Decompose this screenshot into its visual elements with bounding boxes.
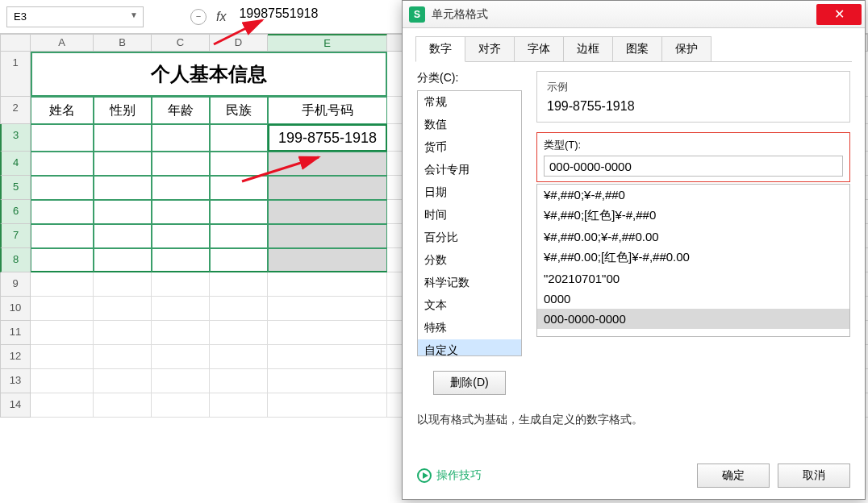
type-input[interactable] — [544, 156, 843, 177]
cell[interactable] — [31, 152, 94, 176]
format-item[interactable]: 0000 — [537, 289, 849, 309]
row-header-5[interactable]: 5 — [0, 176, 31, 200]
cell[interactable] — [210, 176, 268, 200]
cell[interactable] — [268, 393, 387, 418]
row-header-9[interactable]: 9 — [0, 272, 31, 297]
format-item[interactable]: ¥#,##0;[红色]¥-#,##0 — [537, 205, 849, 227]
cell[interactable] — [210, 224, 268, 248]
cat-general[interactable]: 常规 — [418, 91, 521, 114]
format-item[interactable]: ¥#,##0.00;[红色]¥-#,##0.00 — [537, 247, 849, 268]
dialog-titlebar[interactable]: S 单元格格式 ✕ — [403, 1, 865, 28]
tab-border[interactable]: 边框 — [563, 36, 613, 62]
cell[interactable] — [210, 200, 268, 224]
header-gender[interactable]: 性别 — [94, 97, 152, 124]
cell-D3[interactable] — [210, 124, 268, 152]
cell[interactable] — [210, 393, 268, 418]
col-header-B[interactable]: B — [94, 34, 152, 52]
cell[interactable] — [268, 200, 387, 224]
cell[interactable] — [152, 152, 210, 176]
row-header-14[interactable]: 14 — [0, 393, 31, 418]
header-phone[interactable]: 手机号码 — [268, 97, 387, 124]
cell[interactable] — [94, 176, 152, 200]
row-header-3[interactable]: 3 — [0, 124, 31, 152]
col-header-E[interactable]: E — [268, 34, 387, 52]
name-box[interactable]: E3 ▼ — [6, 6, 144, 27]
header-age[interactable]: 年龄 — [152, 97, 210, 124]
cell[interactable] — [31, 393, 94, 418]
cell-A3[interactable] — [31, 124, 94, 152]
format-item[interactable]: "20210701"00 — [537, 268, 849, 289]
cat-special[interactable]: 特殊 — [418, 317, 521, 339]
col-header-D[interactable]: D — [210, 34, 268, 52]
cell[interactable] — [210, 369, 268, 393]
cat-text[interactable]: 文本 — [418, 294, 521, 317]
format-item[interactable]: ¥#,##0;¥-#,##0 — [537, 185, 849, 205]
delete-button[interactable]: 删除(D) — [433, 371, 506, 395]
cell[interactable] — [31, 224, 94, 248]
cell[interactable] — [210, 321, 268, 345]
cancel-button[interactable]: 取消 — [778, 464, 850, 488]
row-header-13[interactable]: 13 — [0, 369, 31, 393]
cell[interactable] — [152, 369, 210, 393]
row-header-8[interactable]: 8 — [0, 248, 31, 272]
cell[interactable] — [152, 272, 210, 297]
row-header-2[interactable]: 2 — [0, 97, 31, 124]
cell[interactable] — [152, 224, 210, 248]
cat-date[interactable]: 日期 — [418, 181, 521, 204]
cell[interactable] — [31, 200, 94, 224]
tab-alignment[interactable]: 对齐 — [465, 36, 515, 62]
cell[interactable] — [210, 248, 268, 272]
tab-font[interactable]: 字体 — [514, 36, 564, 62]
cell-C3[interactable] — [152, 124, 210, 152]
cell[interactable] — [31, 176, 94, 200]
cell[interactable] — [31, 248, 94, 272]
cell[interactable] — [94, 272, 152, 297]
col-header-C[interactable]: C — [152, 34, 210, 52]
col-header-A[interactable]: A — [31, 34, 94, 52]
cell[interactable] — [31, 369, 94, 393]
select-all-corner[interactable] — [0, 34, 31, 52]
cell-E3[interactable]: 199-8755-1918 — [268, 124, 387, 152]
row-header-11[interactable]: 11 — [0, 321, 31, 345]
fx-icon[interactable]: fx — [216, 10, 226, 24]
tab-protection[interactable]: 保护 — [661, 36, 712, 62]
tab-number[interactable]: 数字 — [415, 36, 465, 62]
cat-accounting[interactable]: 会计专用 — [418, 159, 521, 181]
cat-percent[interactable]: 百分比 — [418, 227, 521, 249]
cell[interactable] — [94, 200, 152, 224]
cell[interactable] — [268, 248, 387, 272]
format-item[interactable]: ¥#,##0.00;¥-#,##0.00 — [537, 227, 849, 247]
cell[interactable] — [31, 272, 94, 297]
cell[interactable] — [94, 393, 152, 418]
cell[interactable] — [94, 224, 152, 248]
cell[interactable] — [210, 152, 268, 176]
header-ethnic[interactable]: 民族 — [210, 97, 268, 124]
cell[interactable] — [268, 345, 387, 369]
tips-link[interactable]: 操作技巧 — [417, 468, 482, 483]
cat-scientific[interactable]: 科学记数 — [418, 272, 521, 294]
format-list[interactable]: ¥#,##0;¥-#,##0 ¥#,##0;[红色]¥-#,##0 ¥#,##0… — [536, 184, 850, 337]
cell[interactable] — [268, 176, 387, 200]
cell[interactable] — [268, 369, 387, 393]
cell[interactable] — [94, 369, 152, 393]
cell-B3[interactable] — [94, 124, 152, 152]
cell[interactable] — [31, 321, 94, 345]
format-item[interactable]: 000-0000-0000 — [537, 309, 849, 329]
cell[interactable] — [152, 321, 210, 345]
cell[interactable] — [268, 321, 387, 345]
cat-custom[interactable]: 自定义 — [418, 339, 521, 356]
close-button[interactable]: ✕ — [816, 4, 862, 25]
cell[interactable] — [31, 345, 94, 369]
cell[interactable] — [152, 297, 210, 321]
cat-fraction[interactable]: 分数 — [418, 249, 521, 272]
category-list[interactable]: 常规 数值 货币 会计专用 日期 时间 百分比 分数 科学记数 文本 特殊 自定… — [417, 90, 522, 356]
row-header-12[interactable]: 12 — [0, 345, 31, 369]
row-header-10[interactable]: 10 — [0, 297, 31, 321]
cell[interactable] — [268, 152, 387, 176]
cell[interactable] — [94, 345, 152, 369]
cell[interactable] — [152, 176, 210, 200]
sheet-title[interactable]: 个人基本信息 — [31, 52, 387, 97]
row-header-7[interactable]: 7 — [0, 224, 31, 248]
cat-number[interactable]: 数值 — [418, 114, 521, 136]
row-header-6[interactable]: 6 — [0, 200, 31, 224]
